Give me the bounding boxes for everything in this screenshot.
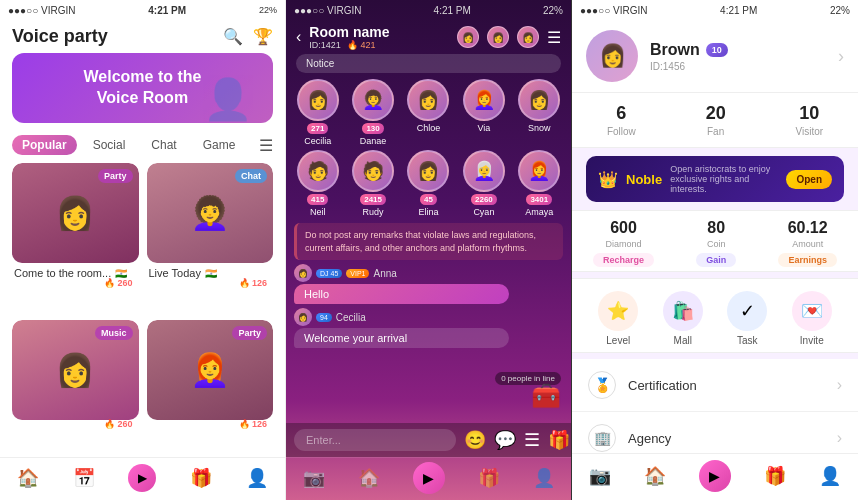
speaker-amaya[interactable]: 👩‍🦰 3401 Amaya — [514, 150, 565, 217]
speaker-name-neil: Neil — [310, 207, 326, 217]
page-title-p1: Voice party — [12, 26, 108, 47]
menu-item-agency[interactable]: 🏢 Agency › — [572, 412, 858, 453]
speaker-cecilia[interactable]: 👩 271 Cecilia — [292, 79, 343, 146]
profile-id: ID:1456 — [650, 61, 826, 72]
speaker-avatar-snow: 👩 — [518, 79, 560, 121]
noble-bar[interactable]: 👑 Noble Open aristocrats to enjoy exclus… — [586, 156, 844, 202]
gift-bar-icon[interactable]: 🎁 — [548, 429, 570, 451]
filter-chat[interactable]: Chat — [141, 135, 186, 155]
speaker-cyan[interactable]: 👩‍🦳 2260 Cyan — [458, 150, 509, 217]
filter-game[interactable]: Game — [193, 135, 246, 155]
bottom-profile-p2[interactable]: 👤 — [533, 467, 555, 489]
action-level[interactable]: ⭐ Level — [598, 291, 638, 346]
level-icon-circle: ⭐ — [598, 291, 638, 331]
room-menu-icon[interactable]: ☰ — [547, 28, 561, 47]
speaker-elina[interactable]: 👩 45 Elina — [403, 150, 454, 217]
bottom-camera-p2[interactable]: 📷 — [303, 467, 325, 489]
profile-chevron-icon[interactable]: › — [838, 46, 844, 67]
menu-bar-icon[interactable]: ☰ — [524, 429, 540, 451]
carrier-p1: ●●●○○ VIRGIN — [8, 5, 75, 16]
bottom-nav-home[interactable]: 🏠 — [17, 467, 39, 489]
action-mall[interactable]: 🛍️ Mall — [663, 291, 703, 346]
welcome-banner[interactable]: Welcome to the Voice Room 👤 — [12, 53, 273, 123]
speakers-grid: 👩 271 Cecilia 👩‍🦱 130 Danae 👩 Chloe 👩‍🦰 … — [286, 79, 571, 217]
banner-text-line1: Welcome to the — [84, 67, 202, 88]
speaker-badge-cyan: 2260 — [471, 194, 497, 205]
room-card-1[interactable]: 👩 Party 🔥 260 Come to the room... 🇮🇳 — [12, 163, 139, 312]
bottom-camera-p3[interactable]: 📷 — [589, 465, 611, 487]
bottom-gifts-p2[interactable]: 🎁 — [478, 467, 500, 489]
notice-label: Notice — [306, 58, 334, 69]
gain-button[interactable]: Gain — [696, 253, 736, 267]
home-icon-p3: 🏠 — [644, 465, 666, 487]
stat-fan-label: Fan — [707, 126, 724, 137]
bottom-nav-events[interactable]: 📅 — [73, 467, 95, 489]
noble-label: Noble — [626, 172, 662, 187]
level-label: Level — [606, 335, 630, 346]
banner-decoration: 👤 — [203, 76, 253, 123]
play-button-p2[interactable]: ▶ — [413, 462, 445, 494]
room-flag-2: 🇮🇳 — [205, 268, 217, 279]
chat-bar-icon[interactable]: 💬 — [494, 429, 516, 451]
chat-avatar-cecilia: 👩 — [294, 308, 312, 326]
back-button[interactable]: ‹ — [296, 28, 301, 46]
bottom-nav-profile[interactable]: 👤 — [246, 467, 268, 489]
carrier-p3: ●●●○○ VIRGIN — [580, 5, 647, 16]
speaker-danae[interactable]: 👩‍🦱 130 Danae — [347, 79, 398, 146]
action-invite[interactable]: 💌 Invite — [792, 291, 832, 346]
speaker-rudy[interactable]: 🧑 2415 Rudy — [347, 150, 398, 217]
room-card-3[interactable]: 👩 Music 🔥 260 — [12, 320, 139, 453]
agency-icon: 🏢 — [588, 424, 616, 452]
room-tag-1: Party — [98, 169, 133, 183]
filter-popular[interactable]: Popular — [12, 135, 77, 155]
chest-icon[interactable]: 🧰 — [531, 382, 561, 410]
invite-label: Invite — [800, 335, 824, 346]
speaker-name-snow: Snow — [528, 123, 551, 133]
speaker-avatar-neil: 🧑 — [297, 150, 339, 192]
speaker-via[interactable]: 👩‍🦰 Via — [458, 79, 509, 146]
bottom-profile-p3[interactable]: 👤 — [819, 465, 841, 487]
bottom-home-p3[interactable]: 🏠 — [644, 465, 666, 487]
room-card-2[interactable]: 👩‍🦱 Chat 🔥 126 Live Today 🇮🇳 — [147, 163, 274, 312]
speaker-snow[interactable]: 👩 Snow — [514, 79, 565, 146]
emoji-input-icon[interactable]: 😊 — [464, 429, 486, 451]
speaker-neil[interactable]: 🧑 415 Neil — [292, 150, 343, 217]
filter-menu-icon[interactable]: ☰ — [259, 136, 273, 155]
speaker-badge-danae: 130 — [362, 123, 383, 134]
profile-avatar-wrap: 👩 — [586, 30, 638, 82]
avatar-emoji: 👩 — [599, 43, 626, 69]
trophy-icon[interactable]: 🏆 — [253, 27, 273, 46]
menu-item-certification[interactable]: 🏅 Certification › — [572, 359, 858, 412]
speaker-badge-rudy: 2415 — [360, 194, 386, 205]
chat-username-cecilia: Cecilia — [336, 312, 366, 323]
search-icon[interactable]: 🔍 — [223, 27, 243, 46]
play-button-p3[interactable]: ▶ — [699, 460, 731, 492]
banner-text-line2: Voice Room — [84, 88, 202, 109]
action-task[interactable]: ✓ Task — [727, 291, 767, 346]
chat-bubble-cecilia: Welcome your arrival — [294, 328, 509, 348]
speaker-chloe[interactable]: 👩 Chloe — [403, 79, 454, 146]
profile-avatar: 👩 — [586, 30, 638, 82]
task-label: Task — [737, 335, 758, 346]
diamond-label: Diamond — [606, 239, 642, 249]
recharge-button[interactable]: Recharge — [593, 253, 654, 267]
bottom-gifts-p3[interactable]: 🎁 — [764, 465, 786, 487]
stat-fan: 20 Fan — [706, 103, 726, 137]
chat-input[interactable] — [294, 429, 456, 451]
bottom-home-p2[interactable]: 🏠 — [358, 467, 380, 489]
bottom-nav-gifts[interactable]: 🎁 — [190, 467, 212, 489]
certification-chevron-icon: › — [837, 376, 842, 394]
speaker-avatar-danae: 👩‍🦱 — [352, 79, 394, 121]
filter-social[interactable]: Social — [83, 135, 136, 155]
noble-open-button[interactable]: Open — [786, 170, 832, 189]
battery-p3: 22% — [830, 5, 850, 16]
chat-area: Do not post any remarks that violate law… — [286, 223, 571, 423]
room-card-4[interactable]: 👩‍🦰 Party 🔥 126 — [147, 320, 274, 453]
room-flag-1: 🇮🇳 — [115, 268, 127, 279]
notice-bar[interactable]: Notice — [296, 54, 561, 73]
earnings-button[interactable]: Earnings — [778, 253, 837, 267]
system-message: Do not post any remarks that violate law… — [294, 223, 563, 260]
currency-diamond: 600 Diamond Recharge — [593, 219, 654, 267]
play-button-p1[interactable]: ▶ — [128, 464, 156, 492]
coin-value: 80 — [707, 219, 725, 237]
